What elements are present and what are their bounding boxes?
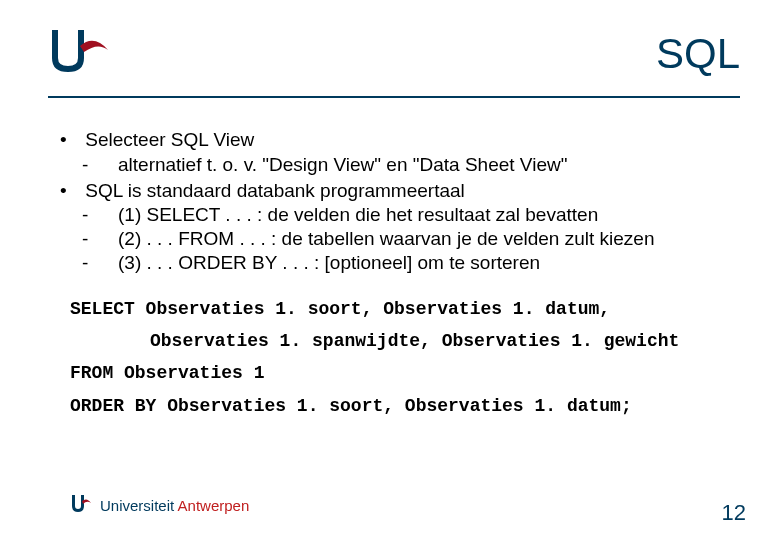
- sub-bullet-text: (3) . . . ORDER BY . . . : [optioneel] o…: [118, 252, 540, 273]
- sub-bullet-text: (1) SELECT . . . : de velden die het res…: [118, 204, 598, 225]
- slide-header: SQL: [0, 0, 780, 95]
- code-line: FROM Observaties 1: [70, 357, 740, 389]
- slide-title: SQL: [656, 30, 740, 78]
- header-rule: [48, 96, 740, 98]
- sub-bullet-item: (1) SELECT . . . : de velden die het res…: [118, 203, 740, 227]
- sub-bullet-text: (2) . . . FROM . . . : de tabellen waarv…: [118, 228, 654, 249]
- bullet-text: Selecteer SQL View: [85, 129, 254, 150]
- sub-bullet-text: alternatief t. o. v. "Design View" en "D…: [118, 154, 567, 175]
- ua-logo-icon: [48, 28, 116, 88]
- code-line: SELECT Observaties 1. soort, Observaties…: [70, 293, 740, 325]
- sub-bullet-item: (2) . . . FROM . . . : de tabellen waarv…: [118, 227, 740, 251]
- code-line: Observaties 1. spanwijdte, Observaties 1…: [150, 325, 740, 357]
- bullet-text: SQL is standaard databank programmeertaa…: [85, 180, 465, 201]
- footer-ant: Antwerpen: [178, 497, 250, 514]
- ua-small-logo-icon: [70, 494, 92, 516]
- slide-content: Selecteer SQL View alternatief t. o. v. …: [64, 128, 740, 422]
- page-number: 12: [722, 500, 746, 526]
- slide-footer: Universiteit Antwerpen: [70, 494, 249, 516]
- bullet-item: Selecteer SQL View alternatief t. o. v. …: [64, 128, 740, 177]
- bullet-item: SQL is standaard databank programmeertaa…: [64, 179, 740, 275]
- sub-bullet-item: alternatief t. o. v. "Design View" en "D…: [118, 153, 740, 177]
- footer-uni: Universiteit: [100, 497, 174, 514]
- sql-code-block: SELECT Observaties 1. soort, Observaties…: [70, 293, 740, 423]
- sub-bullet-item: (3) . . . ORDER BY . . . : [optioneel] o…: [118, 251, 740, 275]
- code-line: ORDER BY Observaties 1. soort, Observati…: [70, 390, 740, 422]
- footer-text: Universiteit Antwerpen: [100, 497, 249, 514]
